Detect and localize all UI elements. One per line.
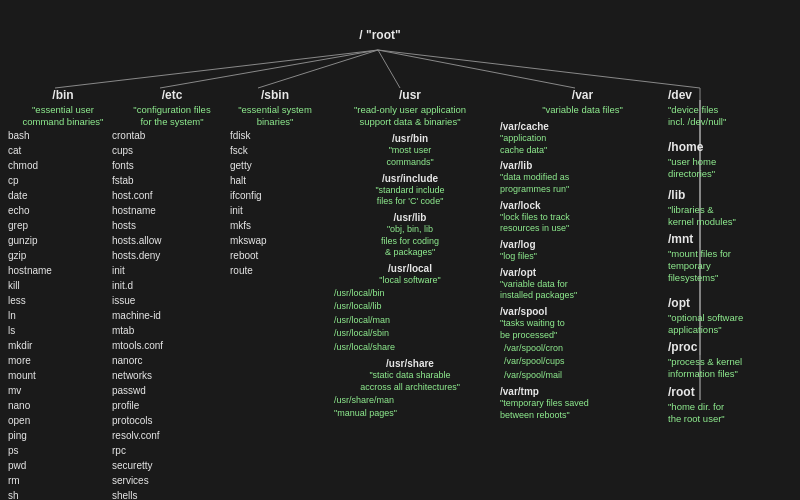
var-spool-items: /var/spool/cron/var/spool/cups/var/spool… (500, 342, 665, 383)
usr-desc: "read-only user applicationsupport data … (330, 104, 490, 129)
var-log-label: /var/log (500, 238, 665, 251)
var-opt-desc: "variable data forinstalled packages" (500, 279, 665, 302)
home-label: /home (668, 140, 793, 156)
mnt-node: /mnt "mount files fortemporaryfilesystem… (668, 232, 793, 285)
lib-node: /lib "libraries &kernel modules" (668, 188, 793, 228)
dev-node: /dev "device filesincl. /dev/null" (668, 88, 793, 128)
opt-node: /opt "optional softwareapplications" (668, 296, 793, 336)
var-lock-desc: "lock files to trackresources in use" (500, 212, 665, 235)
usr-lib-label: /usr/lib (330, 211, 490, 224)
var-tmp-desc: "temporary files savedbetween reboots" (500, 398, 665, 421)
etc-items: crontabcupsfontsfstabhost.confhostnameho… (112, 128, 232, 500)
bin-label: /bin (8, 88, 118, 104)
bin-desc: "essential usercommand binaries" (8, 104, 118, 129)
var-cache-label: /var/cache (500, 120, 665, 133)
var-opt-label: /var/opt (500, 266, 665, 279)
var-lib-label: /var/lib (500, 159, 665, 172)
lib-desc: "libraries &kernel modules" (668, 204, 793, 229)
root-node: / "root" (330, 28, 430, 44)
proc-desc: "process & kernelinformation files" (668, 356, 793, 381)
var-tmp-label: /var/tmp (500, 385, 665, 398)
usr-local-desc: "local software" (330, 275, 490, 287)
opt-desc: "optional softwareapplications" (668, 312, 793, 337)
usr-include-desc: "standard includefiles for 'C' code" (330, 185, 490, 208)
etc-node: /etc "configuration filesfor the system"… (112, 88, 232, 500)
svg-line-4 (378, 50, 575, 88)
root-label: / "root" (359, 28, 400, 42)
usr-local-items: /usr/local/bin/usr/local/lib/usr/local/m… (330, 287, 490, 355)
var-desc: "variable data files" (500, 104, 665, 116)
svg-line-5 (378, 50, 700, 88)
mnt-desc: "mount files fortemporaryfilesystems" (668, 248, 793, 285)
usr-bin-label: /usr/bin (330, 132, 490, 145)
usr-local-label: /usr/local (330, 262, 490, 275)
etc-label: /etc (112, 88, 232, 104)
var-cache-desc: "applicationcache data" (500, 133, 665, 156)
var-log-desc: "log files" (500, 251, 665, 263)
svg-line-3 (378, 50, 400, 88)
opt-label: /opt (668, 296, 793, 312)
sbin-items: fdiskfsckgettyhaltifconfiginitmkfsmkswap… (230, 128, 320, 278)
bin-node: /bin "essential usercommand binaries" ba… (8, 88, 118, 500)
home-desc: "user homedirectories" (668, 156, 793, 181)
sbin-desc: "essential systembinaries" (230, 104, 320, 129)
usr-share-desc: "static data sharableaccross all archite… (330, 370, 490, 393)
var-lock-label: /var/lock (500, 199, 665, 212)
var-node: /var "variable data files" /var/cache "a… (500, 88, 665, 421)
proc-node: /proc "process & kernelinformation files… (668, 340, 793, 380)
svg-line-1 (160, 50, 378, 88)
usr-node: /usr "read-only user applicationsupport … (330, 88, 490, 421)
lib-label: /lib (668, 188, 793, 204)
usr-include-label: /usr/include (330, 172, 490, 185)
proc-label: /proc (668, 340, 793, 356)
sbin-label: /sbin (230, 88, 320, 104)
svg-line-0 (55, 50, 378, 88)
dev-desc: "device filesincl. /dev/null" (668, 104, 793, 129)
usr-share-label: /usr/share (330, 357, 490, 370)
etc-desc: "configuration filesfor the system" (112, 104, 232, 129)
bin-items: bashcatchmodcpdateechogrepgunzipgziphost… (8, 128, 118, 500)
var-label: /var (500, 88, 665, 104)
usr-bin-desc: "most usercommands" (330, 145, 490, 168)
sbin-node: /sbin "essential systembinaries" fdiskfs… (230, 88, 320, 278)
svg-line-2 (258, 50, 378, 88)
rootdir-label: /root (668, 385, 793, 401)
dev-label: /dev (668, 88, 793, 104)
filesystem-diagram: / "root" /bin "essential usercommand bin… (0, 0, 800, 500)
usr-lib-desc: "obj, bin, libfiles for coding& packages… (330, 224, 490, 259)
var-lib-desc: "data modified asprogrammes run" (500, 172, 665, 195)
var-spool-desc: "tasks waiting tobe processed" (500, 318, 665, 341)
home-node: /home "user homedirectories" (668, 140, 793, 180)
var-spool-label: /var/spool (500, 305, 665, 318)
usr-share-items: /usr/share/man"manual pages" (330, 394, 490, 421)
rootdir-node: /root "home dir. forthe root user" (668, 385, 793, 425)
mnt-label: /mnt (668, 232, 793, 248)
usr-label: /usr (330, 88, 490, 104)
rootdir-desc: "home dir. forthe root user" (668, 401, 793, 426)
